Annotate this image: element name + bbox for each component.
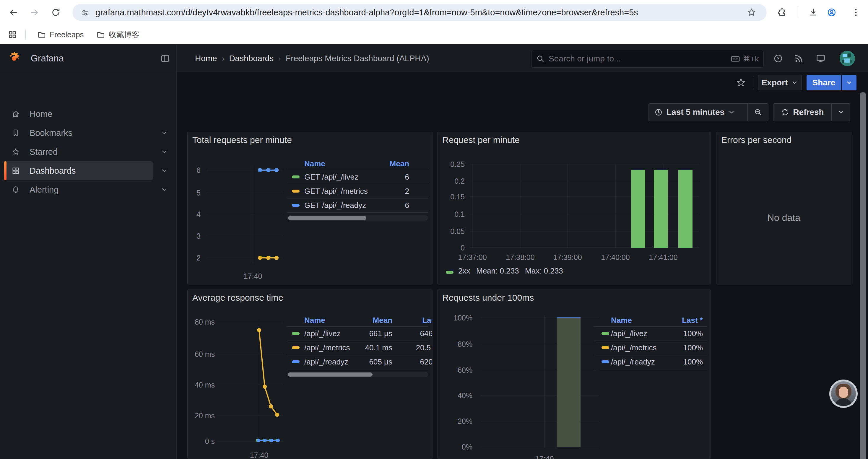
sidebar-item-dashboards[interactable]: Dashboards <box>0 161 176 180</box>
chevron-down-icon[interactable] <box>160 129 168 137</box>
y-axis-tick: 0.2 <box>438 176 465 186</box>
url-bar[interactable]: grafana.mathmast.com/d/deytv4rwavabkb/fr… <box>72 4 767 21</box>
refresh-interval-dropdown[interactable] <box>831 103 850 121</box>
legend-series-name[interactable]: /api/_/readyz <box>304 355 348 369</box>
y-axis-tick: 60 ms <box>188 350 215 359</box>
legend-separator <box>287 369 428 369</box>
page-scrollbar-thumb[interactable] <box>860 92 866 459</box>
share-dropdown-button[interactable] <box>842 75 857 90</box>
folder-icon <box>37 30 46 39</box>
collapse-sidebar-icon[interactable] <box>160 54 170 64</box>
chevron-down-icon[interactable] <box>160 148 168 156</box>
legend-series-name[interactable]: /api/_/readyz <box>611 355 655 369</box>
y-axis-tick: 0.1 <box>438 209 465 219</box>
bookmark-icon <box>11 129 20 137</box>
bookmarks-divider <box>25 30 26 40</box>
legend-value: 620 µs <box>396 355 433 369</box>
legend-value: 20.5 ms <box>396 340 433 355</box>
user-avatar[interactable] <box>840 51 855 66</box>
forward-icon[interactable] <box>30 7 39 18</box>
star-icon <box>11 147 20 156</box>
apps-grid-icon[interactable] <box>8 30 17 39</box>
series-color-pill <box>292 346 300 349</box>
extensions-icon[interactable] <box>777 7 787 18</box>
clock-icon <box>654 108 663 117</box>
menu-icon[interactable] <box>851 7 861 18</box>
zoom-out-button[interactable] <box>748 103 769 121</box>
bookmark-folder-blogs[interactable]: 收藏博客 <box>96 28 140 41</box>
y-axis-tick: 0.25 <box>438 160 465 169</box>
time-range-picker[interactable]: Last 5 minutes <box>649 103 748 121</box>
download-icon[interactable] <box>808 7 818 18</box>
legend-series-name[interactable]: GET /api/_/readyz <box>304 198 366 212</box>
x-axis-tick: 17:40 <box>236 451 283 459</box>
home-icon <box>11 109 20 119</box>
legend-header[interactable]: Name <box>304 157 325 170</box>
legend-scrollbar-thumb[interactable] <box>288 372 373 376</box>
legend-header[interactable]: Mean <box>345 314 392 326</box>
legend-scrollbar-thumb[interactable] <box>288 216 366 220</box>
chevron-down-icon[interactable] <box>160 167 168 174</box>
no-data-message: No data <box>716 212 851 223</box>
y-axis-tick: 40 ms <box>188 380 215 390</box>
help-icon[interactable]: ? <box>773 53 783 64</box>
legend-header[interactable]: Name <box>611 314 632 326</box>
bookmark-star-icon[interactable] <box>747 7 756 18</box>
panel-average-response-time: Average response time 80 ms60 ms40 ms20 … <box>187 290 433 459</box>
legend-series-name[interactable]: 2xx <box>458 266 470 275</box>
x-axis-tick: 17:38:00 <box>497 253 544 262</box>
legend-series-name[interactable]: /api/_/metrics <box>611 340 657 355</box>
brand-title[interactable]: Grafana <box>31 44 64 73</box>
legend-header[interactable]: Last * <box>656 314 703 326</box>
back-icon[interactable] <box>8 7 18 18</box>
sidebar-item-alerting[interactable]: Alerting <box>0 180 176 199</box>
legend-header[interactable]: Last * <box>396 314 433 326</box>
assistant-avatar-widget[interactable] <box>829 380 858 408</box>
chevron-down-icon[interactable] <box>160 186 168 193</box>
legend-header[interactable]: Mean <box>362 157 409 170</box>
bookmark-label: Freeleaps <box>50 30 84 39</box>
y-axis-tick: 0.15 <box>438 192 465 201</box>
legend-mean: Mean: 0.233 <box>476 266 519 275</box>
legend-header[interactable]: Name <box>304 314 325 326</box>
y-axis-tick: 0 <box>438 243 465 253</box>
share-button[interactable]: Share <box>807 75 841 90</box>
folder-icon <box>96 30 105 39</box>
series-color-pill <box>601 346 609 349</box>
legend-value: 2 <box>362 184 409 198</box>
y-axis-tick: 2 <box>188 253 200 263</box>
legend-series-name[interactable]: GET /api/_/livez <box>304 170 359 184</box>
breadcrumb-dashboards[interactable]: Dashboards <box>229 54 274 63</box>
legend-series-name[interactable]: /api/_/livez <box>611 326 647 340</box>
grafana-header: Grafana Home › Dashboards › Freeleaps Me… <box>0 44 868 73</box>
news-icon[interactable] <box>794 53 804 64</box>
export-button[interactable]: Export <box>758 75 802 90</box>
legend-series-name[interactable]: GET /api/_/metrics <box>304 184 368 198</box>
sidebar-item-bookmarks[interactable]: Bookmarks <box>0 124 176 142</box>
refresh-button[interactable]: Refresh <box>773 103 831 121</box>
bookmark-folder-freeleaps[interactable]: Freeleaps <box>37 28 84 41</box>
screen-icon[interactable] <box>815 53 826 64</box>
sidebar-item-home[interactable]: Home <box>0 104 176 124</box>
grafana-logo[interactable] <box>7 52 21 66</box>
y-axis-tick: 0 s <box>188 436 215 446</box>
y-axis-tick: 20% <box>438 417 472 426</box>
series-color-pill <box>292 190 300 193</box>
favorite-star-icon[interactable] <box>736 77 746 88</box>
site-settings-icon[interactable] <box>80 8 90 18</box>
y-axis-tick: 0.05 <box>438 227 465 236</box>
search-input[interactable]: Search or jump to... ⌘+k <box>531 50 764 68</box>
avatar <box>831 381 856 406</box>
legend-series-name[interactable]: /api/_/metrics <box>304 340 350 355</box>
chevron-down-icon <box>791 79 798 86</box>
legend-series-name[interactable]: /api/_/livez <box>304 326 341 340</box>
legend-value: 40.1 ms <box>345 340 392 355</box>
breadcrumb-home[interactable]: Home <box>195 54 217 63</box>
x-axis-tick: 17:40 <box>521 454 568 459</box>
reload-icon[interactable] <box>51 7 61 18</box>
profile-icon[interactable] <box>827 7 837 18</box>
sidebar-item-starred[interactable]: Starred <box>0 142 176 161</box>
url-text[interactable]: grafana.mathmast.com/d/deytv4rwavabkb/fr… <box>95 4 740 21</box>
panel-title[interactable]: Errors per second <box>721 135 792 145</box>
y-axis-tick: 80 ms <box>188 317 215 327</box>
